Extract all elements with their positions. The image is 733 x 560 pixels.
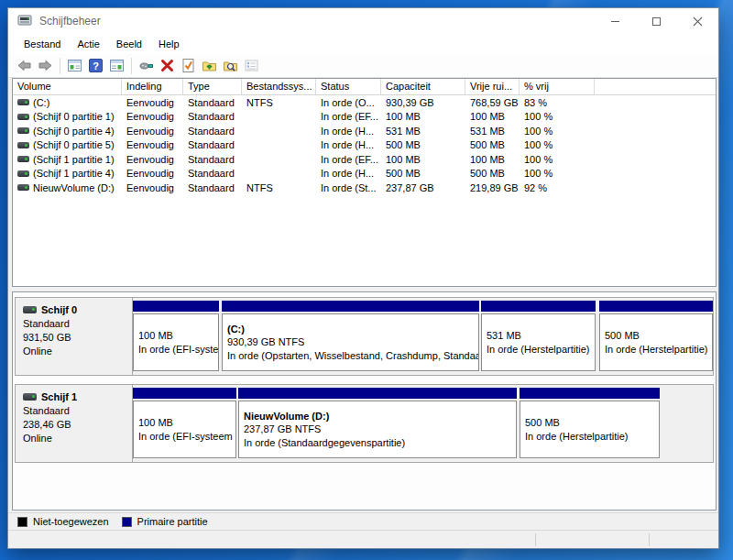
table-row[interactable]: (Schijf 0 partitie 4) Eenvoudig Standaar… bbox=[13, 124, 716, 138]
menu-actie[interactable]: Actie bbox=[69, 36, 107, 52]
disk-name: Schijf 0 bbox=[41, 304, 77, 315]
svg-text:?: ? bbox=[93, 60, 99, 71]
volume-icon bbox=[17, 156, 29, 162]
status-bar-divider bbox=[535, 533, 536, 546]
back-icon[interactable] bbox=[14, 56, 35, 76]
column-header-status[interactable]: Status bbox=[316, 79, 381, 94]
column-header-indeling[interactable]: Indeling bbox=[122, 79, 183, 94]
volume-icon bbox=[17, 114, 29, 120]
volume-name: NieuwVolume (D:) bbox=[33, 182, 115, 193]
disk-management-app-icon bbox=[17, 15, 32, 27]
popup-tool-icon[interactable] bbox=[136, 56, 157, 76]
disk-row-schijf-0: Schijf 0 Standaard 931,50 GB Online 100 … bbox=[15, 297, 714, 376]
column-header-capaciteit[interactable]: Capaciteit bbox=[381, 79, 465, 94]
volume-list-header: Volume Indeling Type Bestandssys... Stat… bbox=[13, 79, 716, 95]
graphical-view-pane: Schijf 0 Standaard 931,50 GB Online 100 … bbox=[12, 291, 717, 511]
disk-info-schijf-0[interactable]: Schijf 0 Standaard 931,50 GB Online bbox=[16, 298, 133, 375]
status-bar-divider bbox=[649, 533, 650, 546]
partition-recovery-531mb[interactable]: 531 MB In orde (Herstelpartitie) bbox=[481, 301, 596, 373]
disk-row-schijf-1: Schijf 1 Standaard 238,46 GB Online 100 … bbox=[15, 384, 714, 463]
disk-type: Standaard bbox=[23, 404, 128, 418]
column-header-bestandssysteem[interactable]: Bestandssys... bbox=[242, 79, 316, 94]
show-console-tree-icon[interactable] bbox=[64, 56, 85, 76]
properties-icon[interactable] bbox=[241, 56, 262, 76]
mark-active-icon[interactable] bbox=[178, 56, 199, 76]
volume-name: (Schijf 0 partitie 5) bbox=[33, 139, 115, 150]
partition-recovery-500mb-disk0[interactable]: 500 MB In orde (Herstelpartitie) bbox=[599, 301, 713, 373]
toolbar-separator bbox=[60, 58, 60, 74]
toolbar-separator bbox=[131, 58, 132, 74]
column-header-volume[interactable]: Volume bbox=[13, 79, 122, 94]
legend-primary-partition: Primaire partitie bbox=[122, 516, 208, 527]
volume-icon bbox=[17, 170, 29, 177]
close-button[interactable] bbox=[677, 8, 718, 34]
table-row[interactable]: (C:) Eenvoudig Standaard NTFS In orde (O… bbox=[13, 95, 716, 110]
partition-color-bar bbox=[599, 301, 713, 312]
partition-d-drive[interactable]: NieuwVolume (D:) 237,87 GB NTFS In orde … bbox=[238, 388, 517, 460]
volume-icon bbox=[17, 99, 29, 105]
maximize-button[interactable] bbox=[636, 8, 677, 34]
disk-info-schijf-1[interactable]: Schijf 1 Standaard 238,46 GB Online bbox=[16, 385, 133, 462]
table-row[interactable]: (Schijf 0 partitie 1) Eenvoudig Standaar… bbox=[13, 110, 716, 125]
menu-bar: Bestand Actie Beeld Help bbox=[8, 34, 718, 54]
delete-volume-icon[interactable] bbox=[157, 56, 178, 76]
partition-efi-disk1[interactable]: 100 MB In orde (EFI-systeem bbox=[133, 388, 236, 460]
partition-color-bar bbox=[520, 388, 660, 399]
desktop-background: Schijfbeheer Bestand Actie Beeld Help bbox=[0, 0, 733, 560]
volume-icon bbox=[17, 184, 29, 191]
legend-unallocated: Niet-toegewezen bbox=[17, 516, 109, 527]
partition-efi-disk0[interactable]: 100 MB In orde (EFI-syste bbox=[133, 301, 219, 373]
menu-beeld[interactable]: Beeld bbox=[108, 36, 150, 52]
partition-color-bar bbox=[222, 301, 479, 312]
window-title: Schijfbeheer bbox=[39, 15, 101, 27]
partition-color-bar bbox=[133, 301, 219, 312]
volume-name: (Schijf 1 partitie 4) bbox=[33, 168, 115, 179]
status-bar bbox=[8, 530, 718, 548]
volume-list-pane: Volume Indeling Type Bestandssys... Stat… bbox=[12, 78, 717, 287]
menu-help[interactable]: Help bbox=[150, 36, 188, 52]
title-bar[interactable]: Schijfbeheer bbox=[8, 8, 718, 34]
volume-icon bbox=[17, 127, 29, 134]
legend-bar: Niet-toegewezen Primaire partitie bbox=[8, 512, 718, 530]
volume-name: (Schijf 1 partitie 1) bbox=[33, 154, 115, 165]
disk-management-window: Schijfbeheer Bestand Actie Beeld Help bbox=[7, 7, 719, 549]
disk-icon bbox=[23, 306, 37, 313]
forward-icon[interactable] bbox=[35, 56, 56, 76]
volume-name: (Schijf 0 partitie 4) bbox=[33, 126, 115, 137]
help-icon[interactable]: ? bbox=[85, 56, 106, 76]
disk-size: 931,50 GB bbox=[23, 331, 128, 345]
explore-folder-icon[interactable] bbox=[220, 56, 241, 76]
window-controls bbox=[595, 8, 718, 34]
volume-name: (C:) bbox=[33, 97, 49, 108]
disk-size: 238,46 GB bbox=[23, 418, 128, 432]
table-row[interactable]: (Schijf 0 partitie 5) Eenvoudig Standaar… bbox=[13, 138, 716, 153]
unallocated-swatch bbox=[17, 517, 27, 527]
primary-partition-swatch bbox=[122, 517, 132, 527]
column-header-pct-vrij[interactable]: % vrij bbox=[520, 79, 595, 94]
partition-c-drive[interactable]: (C:) 930,39 GB NTFS In orde (Opstarten, … bbox=[222, 301, 479, 373]
partition-color-bar bbox=[133, 388, 236, 399]
disk-type: Standaard bbox=[23, 317, 128, 331]
partition-color-bar bbox=[238, 388, 517, 399]
legend-label: Niet-toegewezen bbox=[33, 516, 109, 527]
menu-bestand[interactable]: Bestand bbox=[16, 36, 69, 52]
table-row[interactable]: (Schijf 1 partitie 4) Eenvoudig Standaar… bbox=[13, 167, 716, 181]
table-row[interactable]: NieuwVolume (D:) Eenvoudig Standaard NTF… bbox=[13, 181, 716, 195]
column-header-vrije-ruimte[interactable]: Vrije rui... bbox=[465, 79, 520, 94]
toolbar: ? bbox=[8, 54, 718, 78]
table-row[interactable]: (Schijf 1 partitie 1) Eenvoudig Standaar… bbox=[13, 152, 716, 167]
disk-status: Online bbox=[23, 432, 128, 445]
minimize-button[interactable] bbox=[595, 8, 636, 34]
open-folder-icon[interactable] bbox=[199, 56, 220, 76]
disk-status: Online bbox=[23, 345, 128, 358]
show-action-pane-icon[interactable] bbox=[106, 56, 127, 76]
legend-label: Primaire partitie bbox=[137, 516, 208, 527]
volume-icon bbox=[17, 142, 29, 148]
disk-name: Schijf 1 bbox=[41, 391, 77, 402]
column-header-type[interactable]: Type bbox=[183, 79, 242, 94]
partition-recovery-500mb-disk1[interactable]: 500 MB In orde (Herstelpartitie) bbox=[520, 388, 660, 460]
volume-name: (Schijf 0 partitie 1) bbox=[33, 111, 115, 122]
disk-icon bbox=[23, 393, 37, 401]
partition-color-bar bbox=[481, 301, 596, 312]
column-header-filler bbox=[595, 79, 716, 94]
